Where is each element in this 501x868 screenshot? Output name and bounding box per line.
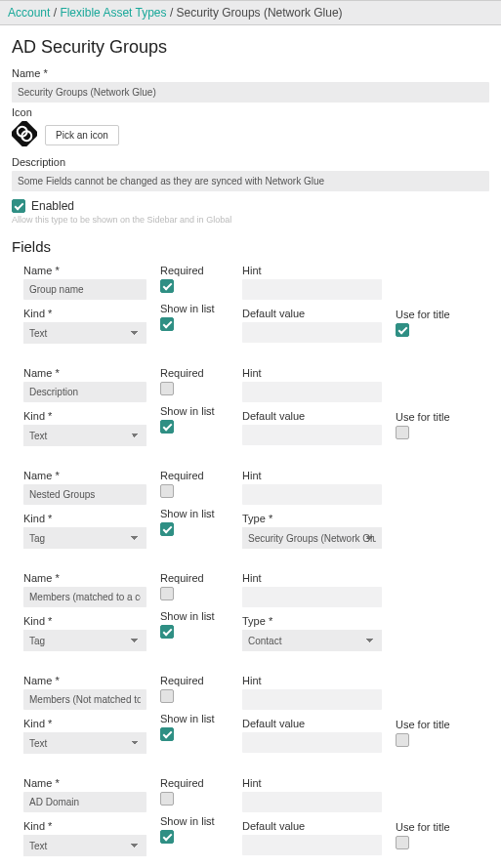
field-name-input[interactable] [23,587,146,607]
icon-label: Icon [12,106,489,118]
field-default-input[interactable] [242,835,382,855]
field-default-label: Default value [242,410,382,422]
field-required-label: Required [160,265,229,276]
field-title-checkbox[interactable] [396,426,409,439]
field-show-label: Show in list [160,508,229,519]
field-name-input[interactable] [23,792,146,812]
field-required-checkbox[interactable] [160,279,174,293]
page-title: AD Security Groups [12,37,489,58]
field-show-label: Show in list [160,610,229,622]
field-show-checkbox[interactable] [160,727,174,741]
field-kind-label: Kind * [23,410,146,422]
field-title-label: Use for title [396,719,479,730]
field-name-input[interactable] [23,279,146,300]
field-kind-label: Kind * [23,513,146,524]
field-row: Name *Kind *TextRequiredShow in listHint… [23,361,489,464]
field-hint-input[interactable] [242,587,382,607]
field-show-label: Show in list [160,815,229,827]
field-show-checkbox[interactable] [160,830,174,844]
breadcrumb-sep: / [50,6,60,20]
field-hint-label: Hint [242,572,382,584]
field-name-label: Name * [23,265,146,276]
field-required-checkbox[interactable] [160,587,174,600]
field-title-spacer [396,367,479,379]
field-required-checkbox[interactable] [160,484,174,498]
field-title-label: Use for title [396,411,479,423]
field-name-input[interactable] [23,689,146,710]
field-hint-input[interactable] [242,382,382,402]
field-row: Name *Kind *TagRequiredShow in listHintT… [23,464,489,566]
field-show-checkbox[interactable] [160,317,174,331]
field-kind-label: Kind * [23,615,146,627]
field-name-label: Name * [23,675,146,686]
field-row: Name *Kind *TagRequiredShow in listHintT… [23,566,489,669]
breadcrumb-sep: / [167,6,177,20]
name-label: Name * [12,67,489,79]
field-kind-label: Kind * [23,718,146,729]
pick-icon-button[interactable]: Pick an icon [45,125,119,145]
enabled-label: Enabled [31,199,74,213]
field-kind-select[interactable]: Text [23,835,146,856]
field-row: Name *Kind *TextRequiredShow in listHint… [23,669,489,771]
breadcrumb: Account / Flexible Asset Types / Securit… [0,0,501,25]
field-name-label: Name * [23,470,146,481]
field-default-input[interactable] [242,425,382,445]
fields-heading: Fields [12,238,489,255]
field-hint-label: Hint [242,675,382,686]
field-required-checkbox[interactable] [160,689,174,703]
field-title-checkbox[interactable] [396,733,409,747]
field-name-input[interactable] [23,382,146,402]
breadcrumb-current: Security Groups (Network Glue) [177,6,343,20]
description-label: Description [12,156,489,168]
breadcrumb-types[interactable]: Flexible Asset Types [60,6,166,20]
field-show-checkbox[interactable] [160,625,174,639]
field-kind-label: Kind * [23,820,146,832]
field-hint-label: Hint [242,265,382,276]
field-title-label: Use for title [396,821,479,833]
field-row: Name *Kind *TextRequiredShow in listHint… [23,771,489,868]
field-title-label: Use for title [396,309,479,320]
field-kind-select[interactable]: Text [23,425,146,446]
enabled-help: Allow this type to be shown on the Sideb… [12,215,489,225]
field-show-checkbox[interactable] [160,420,174,434]
name-input[interactable] [12,82,489,103]
field-type-label: Type * [242,513,382,524]
field-required-label: Required [160,777,229,789]
field-name-input[interactable] [23,484,146,505]
field-kind-select[interactable]: Text [23,732,146,754]
field-default-input[interactable] [242,322,382,343]
field-hint-input[interactable] [242,792,382,812]
field-hint-input[interactable] [242,484,382,505]
field-default-input[interactable] [242,732,382,753]
field-title-checkbox[interactable] [396,836,409,849]
breadcrumb-account[interactable]: Account [8,6,50,20]
field-default-label: Default value [242,718,382,729]
field-type-select[interactable]: Contact [242,630,382,651]
field-name-label: Name * [23,367,146,379]
field-title-checkbox[interactable] [396,323,409,337]
field-title-spacer [396,265,479,276]
field-kind-select[interactable]: Tag [23,527,146,549]
field-hint-label: Hint [242,777,382,789]
description-input[interactable] [12,171,489,191]
field-kind-select[interactable]: Text [23,322,146,344]
field-row: Name *Kind *TextRequiredShow in listHint… [23,259,489,361]
field-show-label: Show in list [160,713,229,724]
field-kind-select[interactable]: Tag [23,630,146,651]
field-hint-input[interactable] [242,279,382,300]
field-hint-input[interactable] [242,689,382,710]
field-required-label: Required [160,367,229,379]
field-title-spacer [396,675,479,686]
svg-rect-0 [12,121,37,146]
field-show-checkbox[interactable] [160,522,174,536]
field-type-select[interactable]: Security Groups (Network Glue) [242,527,382,549]
field-name-label: Name * [23,572,146,584]
field-kind-label: Kind * [23,308,146,319]
field-required-checkbox[interactable] [160,382,174,395]
field-name-label: Name * [23,777,146,789]
field-required-checkbox[interactable] [160,792,174,806]
field-title-spacer [396,777,479,789]
field-hint-label: Hint [242,470,382,481]
enabled-checkbox[interactable] [12,199,25,213]
asset-type-icon [12,121,37,148]
